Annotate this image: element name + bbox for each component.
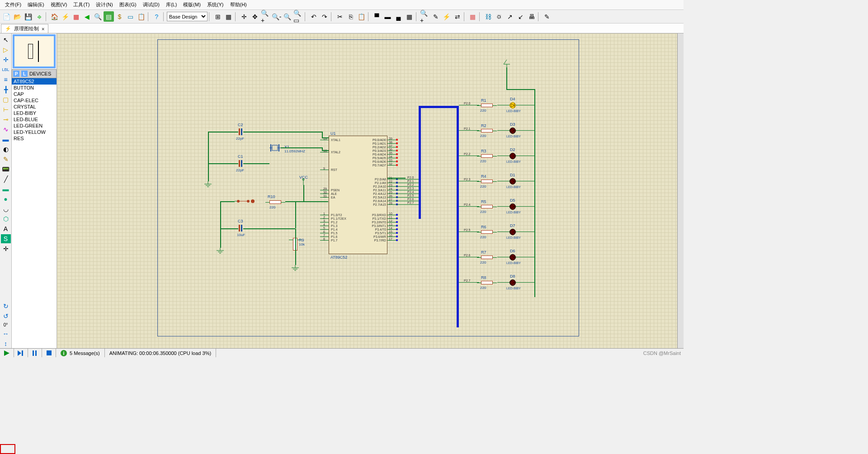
terminal-tool[interactable]: ⊢ <box>1 105 11 114</box>
subcircuit-tool[interactable]: ▢ <box>1 95 11 104</box>
erc-check-button[interactable]: ⚡ <box>441 11 452 22</box>
cap-c2[interactable] <box>238 128 243 135</box>
align-bottom-button[interactable]: ▄ <box>393 11 404 22</box>
resistor[interactable] <box>481 205 493 208</box>
menu-file[interactable]: 文件(F) <box>2 0 24 9</box>
help-button[interactable]: ? <box>151 11 162 22</box>
grid-button[interactable]: ▦ <box>223 11 234 22</box>
pick-button[interactable]: P <box>13 71 19 77</box>
line-tool[interactable]: ╱ <box>1 175 11 184</box>
copy-button[interactable]: ⎘ <box>345 11 356 22</box>
device-item[interactable]: LED-BLUE <box>12 116 57 123</box>
device-item[interactable]: CRYSTAL <box>12 104 57 110</box>
route-button[interactable]: ⛓ <box>483 11 493 22</box>
text-tool[interactable]: A <box>1 224 11 233</box>
menu-template[interactable]: 模版(M) <box>180 0 203 9</box>
pcb-button[interactable]: ▦ <box>71 11 81 22</box>
align-top-button[interactable]: ▀ <box>372 11 382 22</box>
resistor[interactable] <box>481 180 493 183</box>
settings-button[interactable]: ⛭ <box>494 11 504 22</box>
new-button[interactable]: 📄 <box>1 11 12 22</box>
device-item[interactable]: LED-GREEN <box>12 123 57 129</box>
resistor[interactable] <box>481 104 493 107</box>
instrument-tool[interactable]: 📟 <box>1 165 11 174</box>
resistor[interactable] <box>481 230 493 234</box>
undo-button[interactable]: ↶ <box>308 11 319 22</box>
align-center-button[interactable]: ▬ <box>382 11 393 22</box>
pan-button[interactable]: ✥ <box>250 11 260 22</box>
vertical-scrollbar[interactable] <box>677 33 684 348</box>
close-tab-icon[interactable]: × <box>42 26 44 32</box>
bus-wire[interactable] <box>420 106 458 108</box>
pause-button[interactable] <box>28 349 42 357</box>
erc-button[interactable]: $ <box>114 11 125 22</box>
select-tool[interactable]: ↖ <box>1 35 11 44</box>
device-item[interactable]: AT89C52 <box>12 78 57 85</box>
search-button[interactable]: 🔍 <box>93 11 103 22</box>
zoom-in-button[interactable]: 🔍+ <box>260 11 271 22</box>
device-item[interactable]: BUTTON <box>12 85 57 91</box>
menu-tools[interactable]: 工具(T) <box>71 0 92 9</box>
cap-c3[interactable] <box>238 225 243 232</box>
device-item[interactable]: RES <box>12 135 57 142</box>
component-tool[interactable]: ▷ <box>1 45 11 54</box>
menu-edit[interactable]: 编辑(E) <box>25 0 47 9</box>
origin-button[interactable]: ✛ <box>239 11 249 22</box>
find-button[interactable]: 🔍+ <box>420 11 430 22</box>
marker-tool[interactable]: ✛ <box>1 244 11 253</box>
play-button[interactable] <box>0 349 14 357</box>
zoom-fit-button[interactable]: 🔍 <box>282 11 292 22</box>
device-item[interactable]: LED-BIBY <box>12 110 57 116</box>
arc-tool[interactable]: ◡ <box>1 204 11 213</box>
schematic-button[interactable]: ⚡ <box>60 11 71 22</box>
stop-button[interactable] <box>42 349 56 357</box>
bus-tool[interactable]: ╋ <box>1 85 11 94</box>
text-script-tool[interactable]: ≡ <box>1 75 11 84</box>
design-combo[interactable]: Base Design <box>167 12 208 21</box>
junction-tool[interactable]: ✛ <box>1 55 11 64</box>
import-button[interactable]: ↙ <box>515 11 526 22</box>
cap-c1[interactable] <box>238 160 243 167</box>
pencil-button[interactable]: ✎ <box>542 11 552 22</box>
cut-button[interactable]: ✂ <box>335 11 345 22</box>
generator-tool[interactable]: ◐ <box>1 145 11 154</box>
notes-button[interactable]: 📋 <box>136 11 146 22</box>
home-button[interactable]: 🏠 <box>49 11 60 22</box>
zoom-area-button[interactable]: 🔍▭ <box>293 11 303 22</box>
tape-tool[interactable]: ▬ <box>1 135 11 144</box>
annotate-button[interactable]: ✎ <box>430 11 441 22</box>
button-sw[interactable] <box>235 198 262 205</box>
rotate-cw-button[interactable]: ↻ <box>1 302 11 311</box>
grid-snap-button[interactable]: ⊞ <box>212 11 223 22</box>
flip-v-button[interactable]: ↕ <box>1 339 11 348</box>
menu-help[interactable]: 帮助(H) <box>227 0 250 9</box>
netlist-button[interactable]: ⇄ <box>452 11 462 22</box>
device-item[interactable]: CAP <box>12 91 57 97</box>
flip-h-button[interactable]: ↔ <box>1 329 11 338</box>
menu-design[interactable]: 设计(N) <box>93 0 115 9</box>
schematic-canvas[interactable]: U1 AT89C52 XTAL1 19 XTAL2 18 RST 9 PSEN … <box>57 33 677 348</box>
device-list[interactable]: AT89C52 BUTTON CAP CAP-ELEC CRYSTAL LED-… <box>12 78 57 348</box>
resistor[interactable] <box>481 281 493 284</box>
redo-button[interactable]: ↷ <box>319 11 330 22</box>
device-item[interactable]: LED-YELLOW <box>12 129 57 135</box>
save-button[interactable]: 💾 <box>23 11 33 22</box>
align-grid-button[interactable]: ▦ <box>404 11 415 22</box>
device-item[interactable]: CAP-ELEC <box>12 97 57 104</box>
probe-tool[interactable]: ✎ <box>1 155 11 164</box>
back-button[interactable]: ◀ <box>82 11 92 22</box>
bom-button[interactable]: ▤ <box>104 11 114 22</box>
circle-tool[interactable]: ● <box>1 194 11 203</box>
menu-library[interactable]: 库(L) <box>163 0 179 9</box>
resistor[interactable] <box>481 255 493 259</box>
label-tool[interactable]: LBL <box>1 65 11 74</box>
zoom-out-button[interactable]: 🔍- <box>271 11 282 22</box>
menu-view[interactable]: 视图(V) <box>48 0 70 9</box>
open-button[interactable]: 📂 <box>12 11 23 22</box>
print-button[interactable]: 🖶 <box>526 11 537 22</box>
report-button[interactable]: ▭ <box>125 11 136 22</box>
library-button[interactable]: L <box>21 71 28 77</box>
rotate-ccw-button[interactable]: ↺ <box>1 312 11 321</box>
paste-button[interactable]: 📋 <box>356 11 367 22</box>
graph-tool[interactable]: ∿ <box>1 125 11 134</box>
